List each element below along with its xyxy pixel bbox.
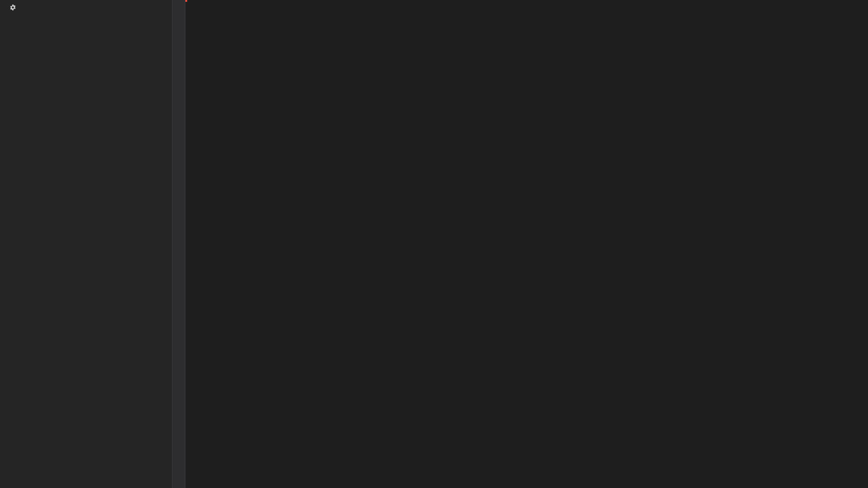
sidebar-header bbox=[0, 0, 171, 14]
sidebar bbox=[0, 0, 172, 488]
app-root bbox=[0, 0, 868, 488]
panel-splitter[interactable] bbox=[172, 0, 185, 488]
code-body[interactable] bbox=[185, 0, 868, 488]
gear-icon[interactable] bbox=[9, 4, 16, 11]
code-editor[interactable] bbox=[185, 0, 868, 488]
